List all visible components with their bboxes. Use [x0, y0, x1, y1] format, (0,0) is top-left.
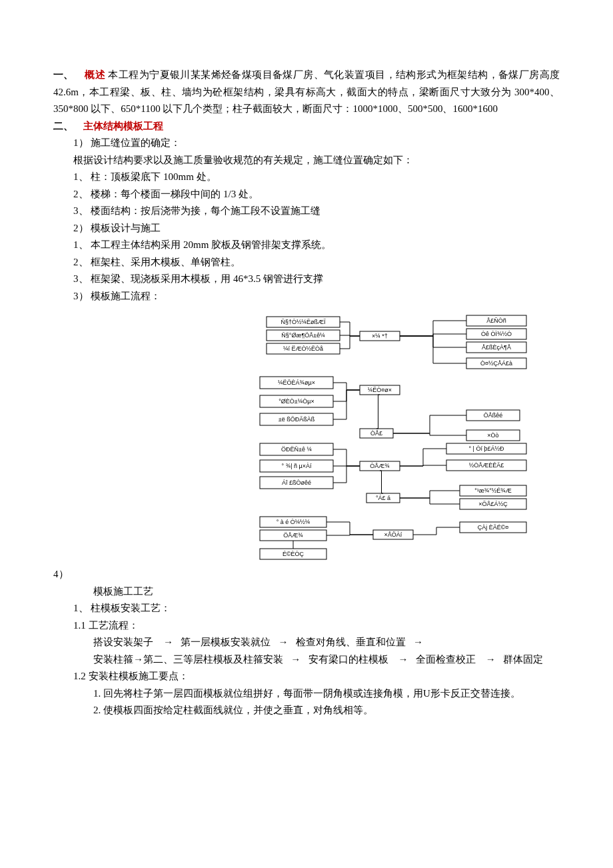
s2-p10: 3） 模板施工流程： — [53, 288, 560, 305]
s2-p3: 1、 柱：顶板梁底下 100mm 处。 — [53, 169, 560, 186]
tail-t2: 1、 柱模板安装工艺： — [53, 600, 560, 617]
svg-text:Òê ÒÌ¾½Ò: Òê ÒÌ¾½Ò — [481, 331, 512, 337]
arrow-icon: → — [279, 637, 289, 647]
section1: 一、 概述 本工程为宁夏银川某某烯烃备煤项目备煤厂房、气化装置项目，结构形式为框… — [53, 67, 560, 118]
arrow-icon: → — [291, 654, 301, 665]
svg-text:Ñ§°Ǿæ¶ÖÅ±ê¼: Ñ§°Ǿæ¶ÖÅ±ê¼ — [281, 332, 325, 339]
tail-t3: 1.1 工艺流程： — [53, 617, 560, 635]
svg-text:×¼ *†: ×¼ *† — [372, 333, 388, 339]
svg-text:° à é Ò¼½¼: ° à é Ò¼½¼ — [277, 519, 310, 525]
s2-p8: 2、 框架柱、采用木模板、单钢管柱。 — [53, 254, 560, 271]
tail-t4: 搭设安装架子 — [93, 637, 153, 647]
tail-t9: 全面检查校正 — [416, 654, 476, 665]
svg-text:×Òò: ×Òò — [487, 432, 498, 439]
arrow-icon: → — [486, 654, 496, 665]
s2-p9: 3、 框架梁、现浇板采用木模板，用 46*3.5 钢管进行支撑 — [53, 271, 560, 288]
svg-text:°Á£ á: °Á£ á — [376, 495, 390, 501]
tail-t1: 模板施工工艺 — [53, 583, 560, 601]
tail-t7: 安装柱箍→第二、三等层柱模板及柱箍安装 — [93, 654, 283, 665]
tail-t11: 1.2 安装柱模板施工要点： — [53, 668, 560, 685]
s2-p6: 2） 模板设计与施工 — [53, 220, 560, 237]
svg-text:° | Òí þ£Á½Ð: ° | Òí þ£Á½Ð — [469, 445, 504, 452]
flowchart: Ñ§†Ò½¼ËøßÆÏÑ§°Ǿæ¶ÖÅ±ê¼¼í ËÆÒ½ËÒå×¼ *†Å£Ñ… — [133, 310, 533, 563]
svg-text:Å£ßÈçÀ¶Å: Å£ßÈçÀ¶Å — [482, 344, 511, 351]
s2-p7: 1、 本工程主体结构采用 20mm 胶板及钢管排架支撑系统。 — [53, 237, 560, 254]
svg-text:Áî £ßÒøêé: Áî £ßÒøêé — [282, 479, 311, 486]
section2-num: 二、 — [53, 121, 73, 131]
svg-text:Ñ§†Ò½¼ËøßÆÏ: Ñ§†Ò½¼ËøßÆÏ — [281, 319, 326, 325]
s2-p11: 4） — [53, 566, 560, 583]
arrow-icon: → — [398, 654, 408, 665]
section1-text: 本工程为宁夏银川某某烯烃备煤项目备煤厂房、气化装置项目，结构形式为框架结构，备煤… — [53, 69, 560, 114]
s2-p4: 2、 楼梯：每个楼面一梯段中间的 1/3 处。 — [53, 186, 560, 203]
svg-text:Ò¤½ÇÅÁ£à: Ò¤½ÇÅÁ£à — [480, 360, 512, 367]
s2-p1: 1） 施工缝位置的确定： — [53, 135, 560, 152]
tail-t12: 1. 回先将柱子第一层四面模板就位组拼好，每面带一阴角模或连接角模，用U形卡反正… — [53, 685, 560, 703]
svg-text:½ÒÅÆÈÊÃ£: ½ÒÅÆÈÊÃ£ — [469, 462, 504, 469]
svg-text:ÖÅßêé: ÖÅßêé — [484, 412, 503, 419]
tail-t13: 2. 使模板四面按给定柱截面线就位，并使之垂直，对角线相等。 — [53, 702, 560, 719]
svg-text:±ë ßÖÐÃßÀß: ±ë ßÖÐÃßÀß — [279, 416, 315, 423]
svg-text:ÇÀj ÈÃÉ©¤: ÇÀj ÈÃÉ©¤ — [478, 524, 509, 531]
svg-text:°ØÈÒ±¼Òµ×: °ØÈÒ±¼Òµ× — [279, 398, 314, 405]
svg-text:° ¾| ñ µ×Àí: ° ¾| ñ µ×Àí — [282, 463, 312, 469]
svg-text:ÒÅ£: ÒÅ£ — [370, 430, 382, 437]
s2-p2: 根据设计结构要求以及施工质量验收规范的有关规定，施工缝位置确定如下： — [53, 152, 560, 169]
svg-text:ÖÐËÑ±ê ¼: ÖÐËÑ±ê ¼ — [281, 446, 312, 453]
svg-text:¼í ËÆÒ½ËÒå: ¼í ËÆÒ½ËÒå — [283, 345, 323, 352]
svg-text:ÖÅÆ¾: ÖÅÆ¾ — [283, 532, 303, 539]
svg-text:°¹æ¾°½É¾Æ: °¹æ¾°½É¾Æ — [474, 487, 512, 494]
tail-t10: 群体固定 — [503, 654, 543, 665]
svg-text:ÒÅÆ¾: ÒÅÆ¾ — [370, 463, 390, 469]
svg-text:×ÖÅ£Á½Ç: ×ÖÅ£Á½Ç — [478, 501, 508, 507]
arrow-icon: → — [163, 637, 173, 647]
tail-t8: 安有梁口的柱模板 — [308, 654, 388, 665]
svg-text:¼ËÒ¤ø×: ¼ËÒ¤ø× — [368, 387, 392, 393]
tail-flow1: 搭设安装架子 → 第一层模板安装就位 → 检查对角线、垂直和位置 → — [53, 634, 560, 651]
section2-header: 二、 主体结构模板工程 — [53, 118, 560, 135]
svg-text:×ÅÖÀí: ×ÅÖÀí — [384, 531, 402, 538]
tail-flow2: 安装柱箍→第二、三等层柱模板及柱箍安装 → 安有梁口的柱模板 → 全面检查校正 … — [53, 651, 560, 669]
section1-title: 概述 — [85, 69, 105, 80]
svg-text:Å£ÑÒñ: Å£ÑÒñ — [486, 317, 506, 324]
section1-num: 一、 — [53, 69, 74, 80]
tail-t5: 第一层模板安装就位 — [181, 637, 271, 647]
svg-text:É©ÈÒÇ: É©ÈÒÇ — [283, 551, 305, 557]
s2-p5: 3、 楼面结构：按后浇带为接，每个施工段不设置施工缝 — [53, 203, 560, 220]
tail-t6: 检查对角线、垂直和位置 — [296, 637, 406, 647]
arrow-icon: → — [413, 637, 423, 647]
svg-text:¼ËÕÈÁ¾øµ×: ¼ËÕÈÁ¾øµ× — [278, 379, 315, 386]
section2-title: 主体结构模板工程 — [83, 121, 163, 131]
